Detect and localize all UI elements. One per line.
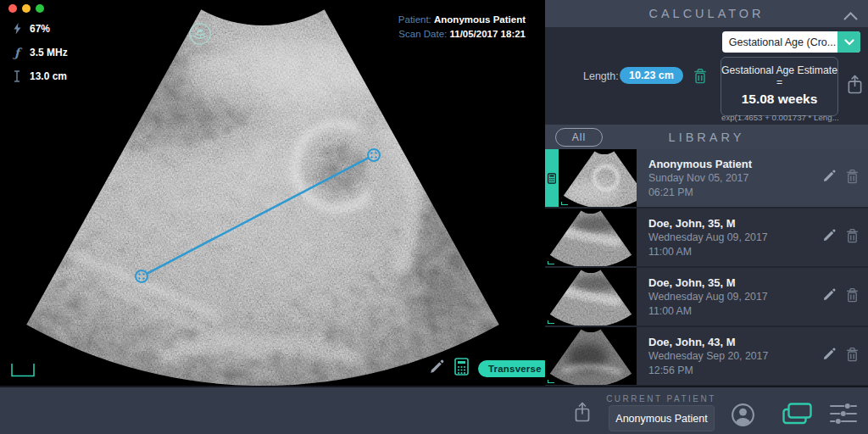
patient-name: Anonymous Patient (434, 14, 526, 25)
delete-trash-icon[interactable] (845, 168, 860, 188)
probe-status-icon (188, 22, 212, 49)
chevron-down-icon (837, 31, 860, 53)
thumbnail-scale-tick (561, 202, 568, 205)
library-item[interactable]: Anonymous Patient Sunday Nov 05, 2017 06… (545, 149, 868, 209)
patient-profile-icon[interactable] (731, 403, 755, 431)
scan-time: 11:00 AM (648, 245, 821, 259)
annotate-pencil-icon[interactable] (428, 359, 445, 379)
scan-time: 12:56 PM (648, 364, 821, 378)
minimize-window-button[interactable] (22, 4, 31, 13)
thumbnail-scale-tick (548, 320, 554, 324)
battery-level: 67% (30, 23, 50, 35)
scans-gallery-icon[interactable] (782, 402, 813, 429)
frequency-value: 3.5 MHz (30, 47, 68, 58)
library-item[interactable]: Doe, John, 35, M Wednesday Aug 09, 2017 … (545, 268, 868, 327)
scan-date-label: Scan Date: (398, 29, 447, 39)
scan-date: Sunday Nov 05, 2017 (648, 171, 821, 186)
library-filter-all[interactable]: All (555, 128, 603, 147)
scan-thumbnail (545, 268, 637, 326)
estimate-value: 15.08 weeks (721, 92, 837, 107)
estimate-title: Gestational Age Estimate = (721, 64, 837, 88)
library-item[interactable]: Doe, John, 43, M Wednesday Sep 20, 2017 … (545, 327, 868, 386)
export-share-icon[interactable] (847, 74, 863, 98)
scan-time: 06:21 PM (648, 186, 821, 200)
scan-thumbnail (545, 327, 637, 385)
delete-trash-icon[interactable] (845, 287, 860, 307)
scan-date: Wednesday Aug 09, 2017 (648, 231, 821, 245)
patient-name: Doe, John, 43, M (648, 335, 821, 349)
edit-pencil-icon[interactable] (821, 287, 837, 306)
scan-date: Wednesday Sep 20, 2017 (648, 349, 821, 364)
depth-icon (12, 70, 22, 82)
calculator-section-header: CALCULATOR (545, 0, 868, 27)
length-label: Length: (583, 70, 619, 82)
calculator-preset-dropdown[interactable]: Gestational Age (Cro... (722, 31, 860, 53)
calculator-title: CALCULATOR (648, 7, 764, 20)
side-panel: CALCULATOR Gestational Age (Cro... Lengt… (545, 0, 868, 386)
settings-sliders-icon[interactable] (830, 403, 857, 429)
patient-name: Anonymous Patient (648, 157, 821, 171)
scan-thumbnail (545, 209, 637, 266)
thumbnail-scale-tick (548, 261, 554, 264)
current-patient-button[interactable]: Anonymous Patient (609, 405, 715, 431)
scan-time: 11:00 AM (648, 304, 821, 319)
patient-name: Doe, John, 35, M (648, 216, 821, 231)
delete-trash-icon[interactable] (845, 227, 860, 248)
scale-marker (11, 363, 35, 381)
thumbnail-scale-tick (548, 380, 554, 383)
scan-thumbnail (559, 149, 637, 207)
ultrasound-viewport[interactable]: 67% ƒ 3.5 MHz 13.0 cm (0, 0, 545, 386)
estimate-formula: exp(1.4653 + 0.001737 * Leng... (721, 113, 837, 122)
library-title: LIBRARY (669, 131, 745, 144)
bottom-toolbar: CURRENT PATIENT Anonymous Patient (0, 386, 868, 434)
library-section-header: All LIBRARY (545, 125, 868, 149)
library-list: Anonymous Patient Sunday Nov 05, 2017 06… (545, 149, 868, 386)
delete-trash-icon[interactable] (845, 346, 860, 366)
scan-date-value: 11/05/2017 18:21 (449, 29, 526, 39)
chevron-up-icon[interactable] (843, 9, 858, 23)
ultrasound-app: 67% ƒ 3.5 MHz 13.0 cm (0, 0, 868, 434)
orientation-badge[interactable]: Transverse (478, 360, 545, 377)
scan-parameters: 67% ƒ 3.5 MHz 13.0 cm (12, 21, 68, 92)
edit-pencil-icon[interactable] (821, 228, 837, 247)
frequency-icon: ƒ (12, 46, 22, 59)
active-calculation-strip (545, 149, 559, 207)
delete-measurement-trash-icon[interactable] (693, 67, 708, 88)
patient-label: Patient: (398, 14, 431, 25)
length-value-pill[interactable]: 10.23 cm (620, 67, 683, 84)
battery-lightning-icon (12, 23, 22, 35)
window-controls (8, 4, 44, 13)
scan-patient-info: Patient: Anonymous Patient Scan Date: 11… (398, 13, 526, 42)
close-window-button[interactable] (8, 4, 17, 13)
depth-value: 13.0 cm (30, 70, 67, 82)
estimate-result-box: Gestational Age Estimate = 15.08 weeks e… (721, 57, 838, 116)
calculator-tool-icon[interactable] (454, 358, 469, 379)
library-item[interactable]: Doe, John, 35, M Wednesday Aug 09, 2017 … (545, 209, 868, 268)
edit-pencil-icon[interactable] (821, 347, 837, 365)
patient-name: Doe, John, 35, M (648, 275, 821, 290)
dropdown-selected-value: Gestational Age (Cro... (722, 36, 837, 48)
edit-pencil-icon[interactable] (821, 169, 837, 187)
current-patient-label: CURRENT PATIENT (593, 394, 729, 403)
scan-date: Wednesday Aug 09, 2017 (648, 290, 821, 304)
ultrasound-image (0, 0, 545, 386)
share-icon[interactable] (574, 401, 591, 426)
zoom-window-button[interactable] (36, 4, 44, 13)
